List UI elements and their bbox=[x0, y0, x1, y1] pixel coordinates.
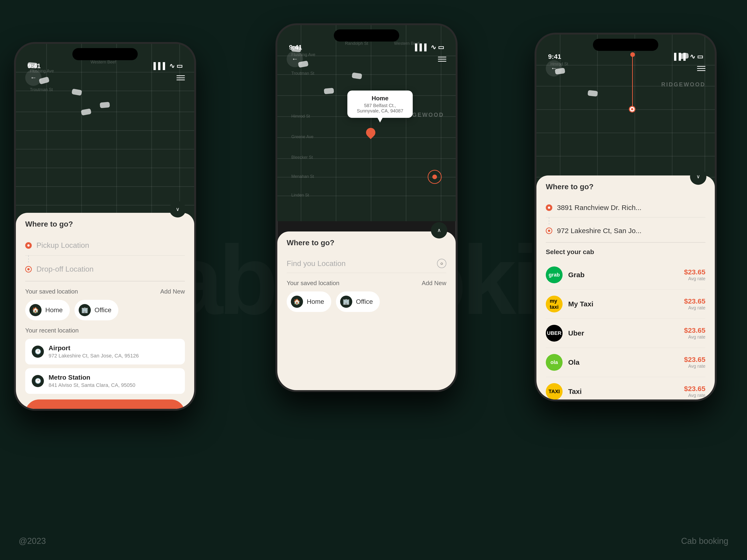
p3-map-car-2 bbox=[588, 90, 598, 97]
phone1-status-icons: ▌▌▌ ∿ ▭ bbox=[153, 62, 183, 70]
p3-pickup-dot bbox=[546, 205, 552, 211]
cab-logo-4: TAXI bbox=[546, 383, 563, 400]
phone3-sheet-title: Where to go? bbox=[546, 183, 705, 191]
cab-list: grab Grab $23.65 Avg rate mytaxi My Taxi… bbox=[546, 260, 705, 402]
cab-price-4: $23.65 Avg rate bbox=[684, 385, 705, 398]
phone1-recent-header: Your recent location bbox=[25, 327, 185, 334]
phone2-dynamic-island bbox=[334, 29, 399, 42]
p3-dropoff-dot bbox=[546, 228, 552, 234]
recent-name-airport: Airport bbox=[49, 344, 178, 352]
phone1-sheet-toggle[interactable]: ∨ bbox=[170, 201, 186, 217]
recent-item-metro[interactable]: 🕐 Metro Station 841 Alviso St, Santa Cla… bbox=[25, 368, 185, 394]
p2-saved-section-title: Your saved location bbox=[287, 279, 339, 287]
office-chip-icon: 🏢 bbox=[79, 304, 91, 316]
phone2-sheet-toggle[interactable]: ∧ bbox=[431, 222, 447, 238]
phone-1: Flushing Ave Troutman St Western Beef 9:… bbox=[14, 42, 196, 411]
cab-name-3: Ola bbox=[568, 358, 678, 366]
phone1-status-bar: 9:41 ▌▌▌ ∿ ▭ bbox=[16, 60, 194, 72]
cab-item-my-taxi[interactable]: mytaxi My Taxi $23.65 Avg rate bbox=[546, 290, 705, 319]
phone3-route-end bbox=[629, 106, 636, 112]
phone3-dropoff-field[interactable]: 972 Lakeshire Ct, San Jo... bbox=[546, 224, 705, 240]
p2-office-chip-label: Office bbox=[356, 298, 373, 305]
phone1-location-chips: 🏠 Home 🏢 Office bbox=[25, 300, 185, 320]
phone2-status-icons: ▌▌▌ ∿ ▭ bbox=[415, 44, 444, 51]
cab-item-uber[interactable]: UBER Uber $23.65 Avg rate bbox=[546, 319, 705, 348]
road-label-p2-linden: Linden St bbox=[291, 193, 309, 197]
phone1-back-button[interactable]: ← bbox=[25, 70, 42, 86]
phone3-sheet-toggle[interactable]: ∨ bbox=[690, 168, 706, 185]
office-chip[interactable]: 🏢 Office bbox=[75, 300, 119, 320]
phone2-map-nav: ← bbox=[277, 51, 456, 67]
tooltip-addr-1: 587 Belfast Ct., bbox=[354, 103, 407, 108]
phone3-menu-button[interactable] bbox=[697, 66, 705, 71]
phone3-bottom-sheet: Where to go? 3891 Ranchview Dr. Rich... … bbox=[536, 176, 715, 399]
phone3-status-icons: ▌▌▌ ∿ ▭ bbox=[674, 53, 703, 60]
cab-price-1: $23.65 Avg rate bbox=[684, 297, 705, 311]
saved-section-title: Your saved location bbox=[25, 288, 78, 295]
phone2-menu-button[interactable] bbox=[438, 57, 446, 61]
phone3-map-nav: ← bbox=[536, 60, 715, 77]
footer-copyright: @2023 bbox=[19, 536, 46, 546]
phone2-add-new[interactable]: Add New bbox=[422, 279, 446, 287]
phone3-time: 9:41 bbox=[548, 53, 561, 60]
phone2-search-field[interactable]: Find you Location ○ bbox=[287, 254, 446, 273]
cab-name-2: Uber bbox=[568, 329, 678, 337]
phone2-status-bar: 9:41 ▌▌▌ ∿ ▭ bbox=[277, 42, 456, 53]
phone1-time: 9:41 bbox=[28, 62, 41, 70]
recent-item-airport[interactable]: 🕐 Airport 972 Lakeshire Ct, San Jose, CA… bbox=[25, 339, 185, 365]
p3-wifi-icon: ∿ bbox=[690, 53, 695, 60]
p2-office-chip[interactable]: 🏢 Office bbox=[336, 291, 380, 312]
p2-battery-icon: ▭ bbox=[438, 44, 444, 51]
dropoff-dot bbox=[25, 266, 32, 272]
phone1-pickup-field[interactable]: Pickup Location bbox=[25, 235, 185, 256]
cab-item-grab[interactable]: grab Grab $23.65 Avg rate bbox=[546, 260, 705, 290]
phone2-back-button[interactable]: ← bbox=[287, 51, 303, 67]
phone1-saved-header: Your saved location Add New bbox=[25, 288, 185, 295]
phone2-sheet-title: Where to go? bbox=[287, 238, 446, 247]
cab-price-3: $23.65 Avg rate bbox=[684, 355, 705, 369]
footer-app-name: Cab booking bbox=[681, 536, 728, 546]
ridgewood-label-p3: RIDGEWOOD bbox=[661, 81, 705, 88]
p3-signal-icon: ▌▌▌ bbox=[674, 53, 688, 60]
p3-connector bbox=[549, 217, 549, 224]
p3-dropoff-value: 972 Lakeshire Ct, San Jo... bbox=[557, 227, 705, 235]
p2-wifi-icon: ∿ bbox=[431, 44, 436, 51]
find-cab-button[interactable]: Find Cab bbox=[25, 399, 185, 411]
recent-addr-metro: 841 Alviso St, Santa Clara, CA, 95050 bbox=[49, 382, 178, 388]
cab-name-0: Grab bbox=[568, 271, 678, 279]
phone2-location-chips: 🏠 Home 🏢 Office bbox=[287, 291, 446, 312]
phone2-crosshair[interactable] bbox=[428, 170, 442, 184]
office-chip-label: Office bbox=[95, 306, 111, 314]
phone-3: Hmrod St RIDGEWOOD 9:41 ▌▌▌ ∿ ▭ ← bbox=[535, 33, 717, 401]
search-placeholder: Find you Location bbox=[287, 259, 433, 268]
phone1-add-new[interactable]: Add New bbox=[160, 288, 185, 295]
recent-icon-airport: 🕐 bbox=[32, 346, 44, 358]
phone1-bottom-sheet: Where to go? Pickup Location Drop-off Lo… bbox=[16, 213, 194, 409]
road-label-troutman: Troutman St bbox=[30, 87, 53, 92]
recent-icon-metro: 🕐 bbox=[32, 375, 44, 387]
phone1-dropoff-field[interactable]: Drop-off Location bbox=[25, 263, 185, 279]
tooltip-title: Home bbox=[354, 95, 407, 102]
pickup-dropoff-connector bbox=[28, 256, 29, 263]
p2-signal-icon: ▌▌▌ bbox=[415, 44, 429, 51]
p2-home-chip-icon: 🏠 bbox=[291, 296, 303, 308]
phone3-pickup-field[interactable]: 3891 Ranchview Dr. Rich... bbox=[546, 198, 705, 217]
home-chip[interactable]: 🏠 Home bbox=[25, 300, 70, 320]
pickup-placeholder: Pickup Location bbox=[36, 241, 185, 250]
road-label-p2-menahan: Menahan St bbox=[291, 174, 314, 179]
cab-item-taxi[interactable]: TAXI Taxi $23.65 Avg rate bbox=[546, 377, 705, 402]
p3-pickup-value: 3891 Ranchview Dr. Rich... bbox=[557, 204, 705, 212]
wifi-icon: ∿ bbox=[169, 62, 175, 70]
phone3-back-button[interactable]: ← bbox=[546, 60, 562, 77]
pickup-dot bbox=[25, 242, 32, 249]
battery-icon: ▭ bbox=[177, 62, 183, 70]
p2-map-car-2 bbox=[352, 72, 362, 79]
phone2-map-pin bbox=[366, 128, 376, 137]
phone-2: Flushing Ave Troutman St Himrod St Green… bbox=[276, 23, 458, 392]
p2-home-chip[interactable]: 🏠 Home bbox=[287, 291, 331, 312]
recent-info-airport: Airport 972 Lakeshire Ct, San Jose, CA, … bbox=[49, 344, 178, 359]
cab-item-ola[interactable]: ola Ola $23.65 Avg rate bbox=[546, 348, 705, 377]
phone1-menu-button[interactable] bbox=[177, 75, 185, 80]
cab-price-0: $23.65 Avg rate bbox=[684, 268, 705, 282]
road-label-p2-troutman: Troutman St bbox=[291, 71, 314, 76]
